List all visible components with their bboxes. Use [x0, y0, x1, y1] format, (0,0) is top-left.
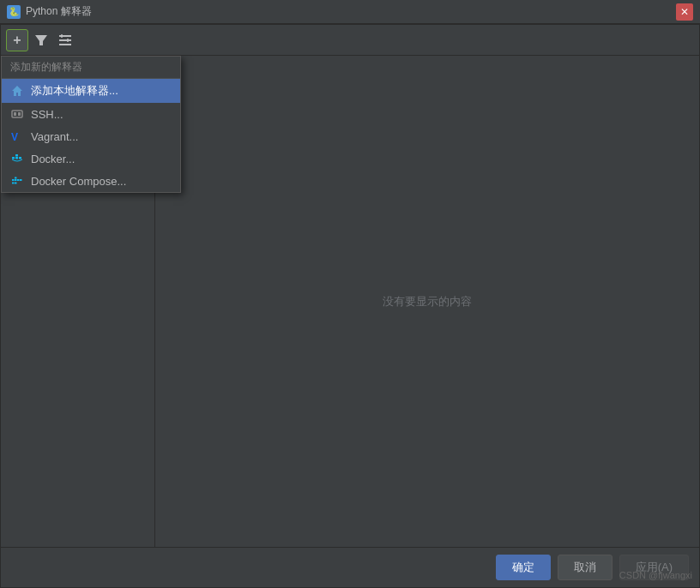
content-area: 添加新的解释器 添加本地解释器... [1, 56, 699, 547]
svg-rect-21 [15, 183, 17, 184]
cancel-button[interactable]: 取消 [558, 555, 612, 580]
svg-rect-3 [59, 44, 71, 45]
title-bar-left: 🐍 Python 解释器 [7, 4, 92, 19]
svg-rect-5 [67, 39, 69, 42]
svg-rect-9 [18, 112, 21, 116]
settings-button[interactable] [54, 29, 76, 51]
dropdown-header: 添加新的解释器 [2, 57, 180, 79]
dropdown-item-ssh[interactable]: SSH... [2, 103, 180, 125]
svg-rect-8 [14, 112, 16, 116]
toolbar: + [1, 25, 699, 56]
svg-rect-20 [12, 183, 15, 184]
left-panel: 添加新的解释器 添加本地解释器... [1, 56, 155, 547]
right-panel: 没有要显示的内容 [155, 56, 699, 547]
svg-text:V: V [11, 131, 18, 142]
bottom-bar: 确定 取消 应用(A) [1, 547, 699, 587]
filter-button[interactable] [30, 29, 52, 51]
app-icon: 🐍 [7, 5, 21, 19]
ok-button[interactable]: 确定 [496, 555, 551, 580]
dropdown-item-local[interactable]: 添加本地解释器... [2, 79, 180, 103]
settings-icon [58, 33, 72, 47]
svg-rect-13 [15, 154, 18, 157]
ssh-icon [10, 107, 24, 121]
docker-icon [10, 152, 24, 165]
watermark: CSDN @fjwangxi [619, 570, 692, 580]
dropdown-item-vagrant[interactable]: V Vagrant... [2, 125, 180, 147]
svg-rect-18 [17, 179, 20, 181]
dropdown-item-docker-compose[interactable]: Docker Compose... [2, 170, 180, 192]
home-icon [10, 84, 24, 98]
no-content-label: 没有要显示的内容 [383, 294, 472, 309]
dropdown-item-docker[interactable]: Docker... [2, 147, 180, 170]
svg-rect-19 [20, 179, 22, 181]
svg-marker-0 [35, 35, 47, 45]
svg-rect-16 [15, 179, 17, 181]
add-interpreter-button[interactable]: + [6, 29, 28, 51]
svg-rect-14 [19, 157, 21, 159]
docker-compose-icon [10, 174, 24, 188]
svg-rect-7 [12, 111, 22, 117]
svg-rect-12 [15, 157, 18, 159]
svg-marker-6 [12, 86, 22, 96]
svg-rect-17 [15, 177, 17, 179]
svg-rect-2 [59, 39, 71, 41]
vagrant-icon: V [10, 129, 24, 143]
filter-icon [34, 33, 48, 47]
main-window: + 添加新的解释器 [0, 24, 700, 588]
svg-rect-11 [12, 157, 15, 159]
svg-rect-15 [12, 179, 15, 181]
window-title: Python 解释器 [26, 4, 92, 19]
add-interpreter-dropdown: 添加新的解释器 添加本地解释器... [1, 56, 181, 193]
title-bar: 🐍 Python 解释器 ✕ [0, 0, 700, 24]
svg-rect-4 [61, 34, 63, 38]
close-button[interactable]: ✕ [676, 3, 693, 21]
